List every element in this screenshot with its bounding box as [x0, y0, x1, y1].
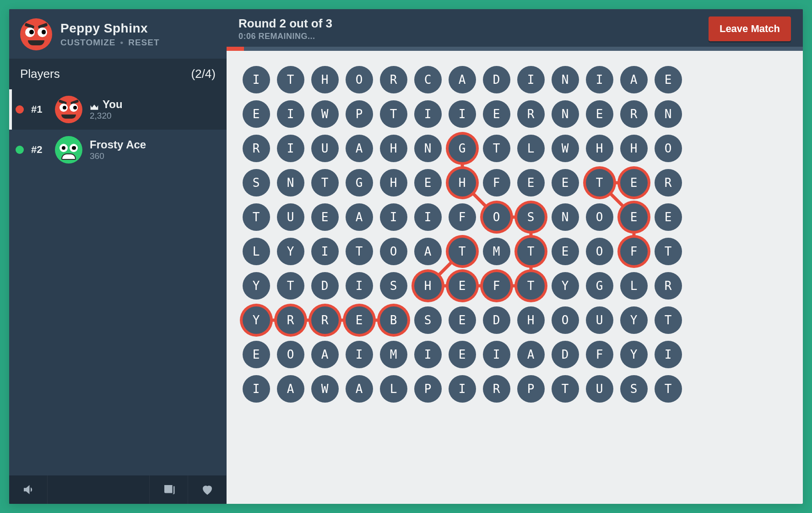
letter-chip[interactable]: T [586, 169, 613, 196]
letter-chip[interactable]: G [449, 135, 476, 162]
letter-chip[interactable]: A [620, 66, 648, 93]
letter-chip[interactable]: A [449, 66, 476, 93]
letter-chip[interactable]: U [311, 135, 339, 162]
letter-chip[interactable]: O [586, 203, 613, 231]
letter-chip[interactable]: O [586, 238, 613, 265]
letter-chip[interactable]: F [483, 169, 510, 196]
letter-chip[interactable]: T [277, 272, 304, 300]
letter-chip[interactable]: E [586, 100, 613, 128]
letter-chip[interactable]: E [655, 66, 682, 93]
letter-chip[interactable]: P [414, 375, 442, 403]
letter-chip[interactable]: E [243, 100, 270, 128]
letter-chip[interactable]: I [243, 66, 270, 93]
letter-chip[interactable]: D [483, 66, 510, 93]
letter-chip[interactable]: R [655, 169, 682, 196]
letter-chip[interactable]: I [380, 203, 407, 231]
reset-link[interactable]: RESET [128, 38, 159, 48]
letter-chip[interactable]: E [311, 203, 339, 231]
letter-chip[interactable]: O [483, 203, 510, 231]
letter-chip[interactable]: U [586, 375, 613, 403]
letter-chip[interactable]: I [243, 375, 270, 403]
letter-chip[interactable]: Y [243, 272, 270, 300]
letter-chip[interactable]: E [449, 272, 476, 300]
letter-chip[interactable]: P [346, 100, 373, 128]
letter-chip[interactable]: R [380, 66, 407, 93]
letter-chip[interactable]: P [517, 375, 545, 403]
letter-chip[interactable]: A [346, 203, 373, 231]
letter-chip[interactable]: H [380, 135, 407, 162]
letter-chip[interactable]: I [517, 66, 545, 93]
letter-chip[interactable]: I [277, 100, 304, 128]
letter-chip[interactable]: D [311, 272, 339, 300]
letter-chip[interactable]: N [414, 135, 442, 162]
letter-chip[interactable]: I [655, 341, 682, 368]
customize-link[interactable]: CUSTOMIZE [60, 38, 116, 48]
letter-chip[interactable]: T [243, 203, 270, 231]
letter-chip[interactable]: L [243, 238, 270, 265]
profile-avatar[interactable] [20, 18, 52, 50]
letter-chip[interactable]: T [517, 238, 545, 265]
letter-chip[interactable]: I [414, 100, 442, 128]
letter-chip[interactable]: W [311, 375, 339, 403]
letter-chip[interactable]: F [449, 203, 476, 231]
letter-chip[interactable]: D [483, 306, 510, 334]
letter-chip[interactable]: S [414, 306, 442, 334]
letter-chip[interactable]: R [483, 375, 510, 403]
letter-chip[interactable]: R [311, 306, 339, 334]
letter-chip[interactable]: N [552, 100, 579, 128]
letter-chip[interactable]: L [620, 272, 648, 300]
letter-chip[interactable]: O [552, 306, 579, 334]
news-icon[interactable] [150, 475, 188, 504]
letter-chip[interactable]: Y [552, 272, 579, 300]
letter-chip[interactable]: W [311, 100, 339, 128]
letter-chip[interactable]: E [552, 169, 579, 196]
letter-chip[interactable]: H [311, 66, 339, 93]
sound-icon[interactable] [9, 475, 48, 504]
board-area[interactable]: ITHORCADINIAEEIWPTIIERNERNRIUAHNGTLWHHOS… [227, 51, 803, 504]
letter-chip[interactable]: E [552, 238, 579, 265]
letter-chip[interactable]: T [552, 375, 579, 403]
letter-chip[interactable]: E [655, 203, 682, 231]
letter-chip[interactable]: R [277, 306, 304, 334]
letter-chip[interactable]: R [517, 100, 545, 128]
letter-chip[interactable]: E [449, 341, 476, 368]
letter-chip[interactable]: A [414, 238, 442, 265]
letter-chip[interactable]: E [620, 169, 648, 196]
letter-chip[interactable]: T [380, 100, 407, 128]
letter-chip[interactable]: R [655, 272, 682, 300]
letter-chip[interactable]: T [517, 272, 545, 300]
letter-chip[interactable]: E [449, 306, 476, 334]
letter-chip[interactable]: H [449, 169, 476, 196]
letter-chip[interactable]: E [414, 169, 442, 196]
letter-chip[interactable]: O [655, 135, 682, 162]
letter-chip[interactable]: F [483, 272, 510, 300]
letter-chip[interactable]: N [655, 100, 682, 128]
letter-chip[interactable]: E [243, 341, 270, 368]
player-row[interactable]: #1 You 2,320 [9, 89, 227, 130]
letter-chip[interactable]: G [586, 272, 613, 300]
letter-chip[interactable]: Y [277, 238, 304, 265]
letter-chip[interactable]: I [414, 203, 442, 231]
letter-chip[interactable]: H [620, 135, 648, 162]
letter-chip[interactable]: L [517, 135, 545, 162]
letter-chip[interactable]: I [483, 341, 510, 368]
letter-chip[interactable]: T [449, 238, 476, 265]
letter-chip[interactable]: D [552, 341, 579, 368]
player-row[interactable]: #2 Frosty Ace 360 [9, 130, 227, 170]
letter-chip[interactable]: R [620, 100, 648, 128]
letter-chip[interactable]: I [346, 272, 373, 300]
letter-chip[interactable]: H [380, 169, 407, 196]
letter-chip[interactable]: M [380, 341, 407, 368]
letter-chip[interactable]: T [655, 306, 682, 334]
letter-chip[interactable]: H [586, 135, 613, 162]
letter-chip[interactable]: T [311, 169, 339, 196]
letter-chip[interactable]: T [346, 238, 373, 265]
letter-chip[interactable]: S [243, 169, 270, 196]
letter-chip[interactable]: F [586, 341, 613, 368]
letter-chip[interactable]: A [346, 375, 373, 403]
letter-chip[interactable]: N [552, 66, 579, 93]
letter-chip[interactable]: C [414, 66, 442, 93]
letter-chip[interactable]: E [620, 203, 648, 231]
letter-chip[interactable]: S [380, 272, 407, 300]
letter-chip[interactable]: T [655, 238, 682, 265]
